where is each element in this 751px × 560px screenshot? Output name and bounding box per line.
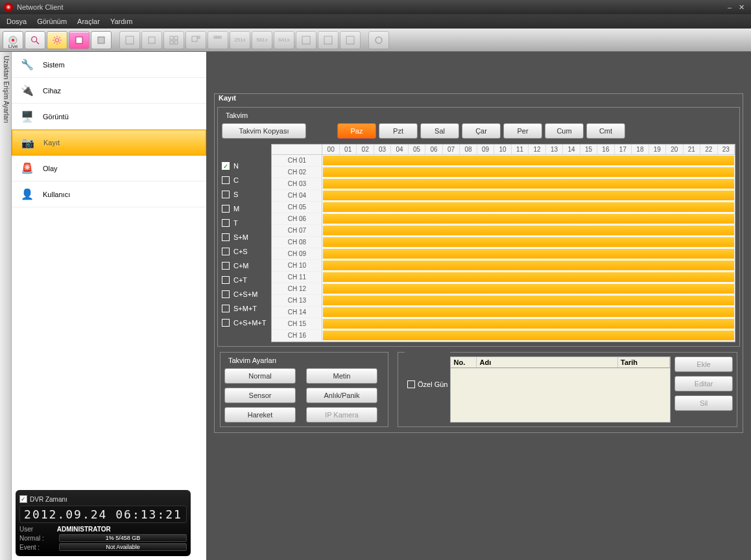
channel-row[interactable]: CH 05: [272, 202, 735, 213]
mode-checkbox-C+S+M+T[interactable]: C+S+M+T: [222, 319, 266, 327]
live-button[interactable]: Live: [3, 31, 23, 49]
motion-button[interactable]: Hareket: [224, 407, 296, 423]
schedule-fill[interactable]: [323, 331, 734, 340]
svg-rect-11: [170, 41, 173, 44]
settings-button[interactable]: [47, 31, 67, 49]
schedule-fill[interactable]: [323, 156, 734, 165]
res-641-button[interactable]: 641x: [274, 31, 294, 49]
day-button-Çar[interactable]: Çar: [462, 123, 501, 139]
text-button[interactable]: Metin: [306, 368, 377, 384]
refresh-button[interactable]: [368, 31, 389, 49]
event-label: Event :: [19, 544, 55, 551]
mode-checkbox-M[interactable]: M: [222, 205, 266, 213]
schedule-fill[interactable]: [323, 237, 734, 247]
edit-button[interactable]: Editar: [674, 376, 733, 391]
mode-checkbox-C+M[interactable]: C+M: [222, 262, 266, 270]
calendar-copy-button[interactable]: Takvim Kopyası: [222, 123, 306, 139]
mode-checkbox-C+T[interactable]: C+T: [222, 276, 266, 284]
channel-row[interactable]: CH 03: [272, 178, 735, 190]
menu-tools[interactable]: Araçlar: [77, 18, 100, 25]
hour-header: 22: [700, 145, 717, 154]
channel-row[interactable]: CH 06: [272, 213, 735, 225]
day-button-Sal[interactable]: Sal: [420, 123, 459, 139]
mode-checkbox-S+M+T[interactable]: S+M+T: [222, 305, 266, 312]
schedule-fill[interactable]: [323, 284, 734, 294]
delete-button[interactable]: Sil: [674, 395, 733, 411]
res-581-button[interactable]: 581x: [252, 31, 272, 49]
sidebar-item-kullanıcı[interactable]: 👤Kullanıcı: [12, 181, 206, 207]
grid-a-icon: [302, 36, 311, 45]
channel-row[interactable]: CH 16: [272, 330, 735, 342]
menu-help[interactable]: Yardım: [110, 18, 133, 25]
add-button[interactable]: Ekle: [674, 356, 733, 372]
search-button[interactable]: [25, 31, 45, 49]
sidebar-item-görüntü[interactable]: 🖥️Görüntü: [12, 104, 206, 130]
mode-checkbox-C+S[interactable]: C+S: [222, 248, 266, 255]
schedule-fill[interactable]: [323, 202, 734, 212]
schedule-fill[interactable]: [323, 272, 734, 282]
schedule-fill[interactable]: [323, 296, 734, 305]
normal-button[interactable]: Normal: [224, 368, 296, 384]
mode-checkbox-S[interactable]: S: [222, 191, 266, 198]
mode-checkbox-C+S+M[interactable]: C+S+M: [222, 290, 266, 298]
res-251-button[interactable]: 251x: [230, 31, 250, 49]
day-button-Cum[interactable]: Cum: [545, 123, 584, 139]
layout-a-button[interactable]: [296, 31, 316, 49]
sidebar-item-kayıt[interactable]: 📷Kayıt: [12, 130, 206, 156]
sidebar-item-sistem[interactable]: 🔧Sistem: [12, 52, 206, 78]
schedule-fill[interactable]: [323, 319, 734, 329]
schedule-fill[interactable]: [323, 249, 734, 259]
channel-row[interactable]: CH 12: [272, 283, 735, 295]
schedule-fill[interactable]: [323, 261, 734, 270]
menu-view[interactable]: Görünüm: [37, 18, 67, 25]
layout-b-button[interactable]: [318, 31, 339, 49]
channel-row[interactable]: CH 11: [272, 272, 735, 283]
ip-camera-button[interactable]: IP Kamera: [306, 407, 377, 423]
channel-row[interactable]: CH 13: [272, 295, 735, 307]
fullscreen-button[interactable]: [119, 31, 140, 49]
instant-panic-button[interactable]: Anlık/Panik: [306, 388, 377, 403]
channel-row[interactable]: CH 10: [272, 260, 735, 272]
grid-9-icon: [213, 36, 222, 45]
layout-9-button[interactable]: [208, 31, 228, 49]
channel-row[interactable]: CH 01: [272, 155, 735, 167]
channel-row[interactable]: CH 14: [272, 307, 735, 318]
mode-checkbox-N[interactable]: N: [222, 162, 266, 170]
schedule-fill[interactable]: [323, 226, 734, 235]
channel-row[interactable]: CH 15: [272, 318, 735, 330]
channel-row[interactable]: CH 07: [272, 225, 735, 237]
schedule-fill[interactable]: [323, 191, 734, 200]
dvr-time-checkbox[interactable]: ✓: [19, 495, 27, 503]
sidebar-item-cihaz[interactable]: 🔌Cihaz: [12, 78, 206, 104]
day-button-Pzt[interactable]: Pzt: [379, 123, 418, 139]
channel-row[interactable]: CH 09: [272, 248, 735, 260]
day-button-Per[interactable]: Per: [503, 123, 542, 139]
layout-c-button[interactable]: [340, 31, 361, 49]
channel-row[interactable]: CH 04: [272, 190, 735, 202]
layout-4-button[interactable]: [163, 31, 184, 49]
schedule-fill[interactable]: [323, 214, 734, 224]
schedule-fill[interactable]: [323, 307, 734, 317]
mode-checkbox-T[interactable]: T: [222, 219, 266, 227]
schedule-fill[interactable]: [323, 179, 734, 189]
record-button[interactable]: [69, 31, 89, 49]
mode-checkbox-S+M[interactable]: S+M: [222, 233, 266, 241]
save-button[interactable]: [91, 31, 112, 49]
day-button-Cmt[interactable]: Cmt: [586, 123, 625, 139]
layout-1-button[interactable]: [141, 31, 162, 49]
special-day-table[interactable]: No. Adı Tarih: [450, 356, 671, 423]
channel-row[interactable]: CH 02: [272, 167, 735, 178]
close-button[interactable]: ✕: [735, 3, 747, 12]
sidebar-item-olay[interactable]: 🚨Olay: [12, 156, 206, 181]
channel-row[interactable]: CH 08: [272, 237, 735, 248]
schedule-grid[interactable]: 0001020304050607080910111213141516171819…: [271, 144, 735, 342]
menu-file[interactable]: Dosya: [6, 18, 27, 25]
sensor-button[interactable]: Sensor: [224, 388, 296, 403]
mode-checkbox-C[interactable]: C: [222, 176, 266, 184]
schedule-fill[interactable]: [323, 167, 734, 177]
minimize-button[interactable]: –: [724, 3, 735, 11]
special-day-checkbox[interactable]: [407, 380, 415, 388]
day-button-Paz[interactable]: Paz: [337, 123, 376, 139]
layout-6-button[interactable]: [185, 31, 206, 49]
vertical-tab-remote-access[interactable]: Uzaktan Erişim Ayarları: [0, 52, 12, 560]
